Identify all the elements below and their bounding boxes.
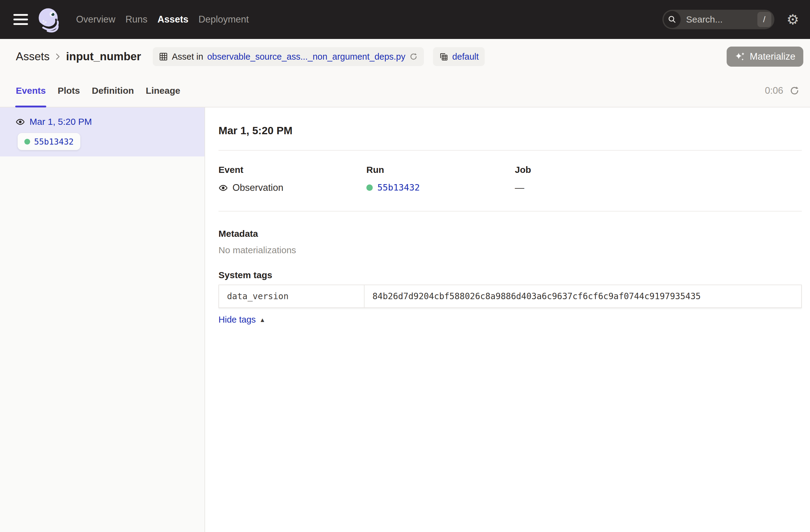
asset-header-row: Assets input_number Asset in observable_…: [0, 39, 810, 74]
tag-value-cell: 84b26d7d9204cbf588026c8a9886d403a6c9637c…: [364, 285, 801, 307]
event-title: Mar 1, 5:20 PM: [218, 125, 802, 136]
search-icon: [664, 11, 681, 28]
breadcrumb-assets-link[interactable]: Assets: [16, 50, 50, 63]
observation-eye-icon: [218, 183, 228, 193]
auto-refresh-control: 0:06: [765, 74, 800, 107]
event-column-label: Event: [218, 165, 366, 175]
asset-definition-badge: Asset in observable_source_ass..._non_ar…: [153, 47, 424, 66]
refresh-countdown: 0:06: [765, 85, 783, 96]
divider: [218, 211, 802, 211]
repository-link[interactable]: default: [452, 52, 479, 62]
materialize-label: Materialize: [750, 51, 795, 62]
nav-assets[interactable]: Assets: [158, 14, 189, 25]
primary-nav: Overview Runs Assets Deployment: [76, 14, 249, 25]
active-tab-underline: [15, 106, 46, 108]
tab-plots[interactable]: Plots: [57, 74, 80, 107]
search-shortcut-badge: /: [757, 12, 771, 27]
dagster-logo[interactable]: [36, 6, 63, 33]
system-tags-table: data_version 84b26d7d9204cbf588026c8a988…: [218, 285, 802, 308]
event-column: Event Observation: [218, 165, 366, 193]
content-area: Mar 1, 5:20 PM 55b13432 Mar 1, 5:20 PM E…: [0, 108, 810, 532]
breadcrumb: Assets input_number: [16, 50, 141, 63]
materialize-button[interactable]: Materialize: [727, 47, 803, 67]
run-column-label: Run: [366, 165, 515, 175]
repository-copy-icon: [439, 52, 448, 61]
run-status-dot: [366, 184, 373, 191]
nav-runs[interactable]: Runs: [125, 14, 147, 25]
refresh-icon[interactable]: [789, 85, 800, 96]
run-id: 55b13432: [34, 137, 74, 146]
asset-table-icon: [159, 52, 168, 61]
search-bar[interactable]: /: [662, 10, 774, 29]
settings-gear-icon[interactable]: ⚙: [787, 13, 799, 27]
tab-lineage[interactable]: Lineage: [145, 74, 181, 107]
repository-badge: default: [433, 47, 485, 66]
event-summary-columns: Event Observation Run 55b13432: [218, 165, 802, 193]
event-timestamp-link[interactable]: Mar 1, 5:20 PM: [30, 116, 92, 127]
job-column: Job —: [515, 165, 802, 193]
caret-up-icon: ▲: [260, 317, 266, 323]
observation-eye-icon: [16, 117, 25, 127]
nav-overview[interactable]: Overview: [76, 14, 115, 25]
tag-key-cell: data_version: [219, 285, 364, 307]
event-list-sidebar: Mar 1, 5:20 PM 55b13432: [0, 108, 205, 532]
nav-deployment[interactable]: Deployment: [198, 14, 248, 25]
top-navigation-bar: Overview Runs Assets Deployment / ⚙: [0, 0, 810, 39]
run-column: Run 55b13432: [366, 165, 515, 193]
asset-tabs: Events Plots Definition Lineage: [15, 74, 181, 107]
page-title: input_number: [66, 50, 141, 63]
dagster-asset-page: Overview Runs Assets Deployment / ⚙ Asse…: [0, 0, 810, 532]
chevron-right-icon: [54, 52, 61, 61]
search-input[interactable]: [685, 14, 757, 25]
tab-definition[interactable]: Definition: [91, 74, 134, 107]
tab-events[interactable]: Events: [15, 74, 46, 107]
tabs-bar: Events Plots Definition Lineage 0:06: [0, 74, 810, 108]
run-chip[interactable]: 55b13432: [18, 133, 80, 150]
menu-icon[interactable]: [13, 14, 28, 25]
event-type-value: Observation: [232, 182, 283, 193]
job-empty-value: —: [515, 182, 524, 193]
event-list-item[interactable]: Mar 1, 5:20 PM 55b13432: [0, 108, 205, 157]
sparkles-icon: [734, 51, 745, 62]
run-status-dot: [25, 139, 30, 145]
metadata-heading: Metadata: [218, 229, 802, 239]
asset-badge-prefix: Asset in: [172, 52, 203, 62]
event-detail-panel: Mar 1, 5:20 PM Event Observation Run: [205, 108, 810, 532]
hide-tags-link[interactable]: Hide tags ▲: [218, 315, 265, 325]
system-tags-heading: System tags: [218, 270, 802, 280]
job-column-label: Job: [515, 165, 802, 175]
metadata-empty-text: No materializations: [218, 245, 802, 255]
asset-file-link[interactable]: observable_source_ass..._non_argument_de…: [207, 52, 405, 62]
run-id-link[interactable]: 55b13432: [377, 182, 420, 193]
reload-definition-icon[interactable]: [409, 52, 418, 61]
divider: [218, 150, 802, 151]
octopus-logo-icon: [36, 6, 63, 33]
